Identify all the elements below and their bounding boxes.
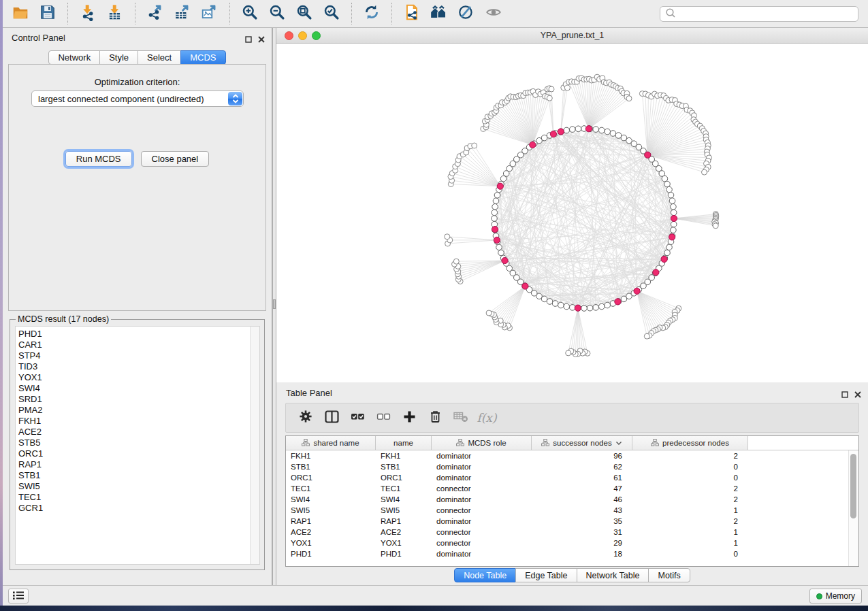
- table-tab-network-table[interactable]: Network Table: [577, 568, 649, 582]
- mcds-result-item[interactable]: STB1: [18, 470, 250, 481]
- add-column-button[interactable]: [398, 406, 421, 429]
- mcds-result-item[interactable]: TID3: [18, 361, 250, 372]
- network-canvas[interactable]: [276, 44, 868, 382]
- column-header-shared-name[interactable]: shared name: [286, 436, 376, 450]
- zoom-selected-icon: [323, 3, 340, 24]
- mcds-result-title: MCDS result (17 nodes): [16, 314, 111, 324]
- show-all-icon: [485, 3, 502, 24]
- mcds-result-item[interactable]: TEC1: [18, 492, 250, 503]
- split-columns-button[interactable]: [320, 406, 343, 429]
- table-panel-title: Table Panel: [286, 388, 332, 398]
- search-box[interactable]: [660, 6, 858, 22]
- close-table-panel-icon[interactable]: [854, 389, 861, 401]
- table-scrollbar[interactable]: [848, 450, 858, 566]
- settings-gear-button[interactable]: [294, 406, 317, 429]
- mcds-result-item[interactable]: GCR1: [18, 503, 250, 514]
- mcds-result-item[interactable]: PMA2: [18, 405, 250, 416]
- export-table-button[interactable]: [172, 3, 193, 24]
- export-image-button[interactable]: [199, 3, 221, 24]
- optimization-criterion-select[interactable]: largest connected component (undirected): [31, 90, 244, 107]
- table-row[interactable]: ACE2ACE2connector311: [286, 527, 858, 538]
- mcds-result-item[interactable]: FKH1: [18, 416, 250, 427]
- column-header-filler: [748, 436, 858, 450]
- float-table-panel-icon[interactable]: [841, 389, 848, 401]
- table-row[interactable]: YOX1YOX1connector291: [286, 538, 858, 548]
- memory-button[interactable]: Memory: [809, 589, 862, 604]
- select-all-checkboxes-button[interactable]: [346, 406, 369, 429]
- table-row[interactable]: ORC1ORC1dominator610: [286, 472, 858, 483]
- tab-mcds[interactable]: MCDS: [180, 50, 225, 65]
- delete-column-button[interactable]: [423, 406, 447, 429]
- splitter-grip-icon[interactable]: [273, 299, 276, 309]
- zoom-selected-button[interactable]: [321, 3, 342, 24]
- desktop-wallpaper-bottom: [0, 606, 868, 611]
- mcds-result-item[interactable]: ORC1: [18, 448, 250, 459]
- table-tab-edge-table[interactable]: Edge Table: [515, 568, 577, 582]
- cell-name: PHD1: [376, 550, 432, 558]
- search-input[interactable]: [677, 7, 858, 20]
- tab-network[interactable]: Network: [48, 50, 100, 65]
- export-network-icon: [146, 3, 164, 24]
- cell-name: ORC1: [376, 474, 432, 482]
- toolbar-separator: [229, 3, 230, 24]
- column-type-icon: [651, 439, 659, 448]
- mcds-result-item[interactable]: PHD1: [18, 329, 250, 340]
- mcds-result-item[interactable]: SRD1: [18, 394, 250, 405]
- table-row[interactable]: SWI4SWI4dominator462: [286, 494, 858, 505]
- mcds-result-item[interactable]: STB5: [18, 437, 250, 448]
- automation-panel-button[interactable]: [8, 589, 29, 604]
- table-row[interactable]: FKH1FKH1dominator962: [286, 450, 858, 461]
- close-panel-icon[interactable]: [258, 33, 265, 46]
- zoom-out-button[interactable]: [266, 3, 288, 24]
- first-neighbors-button[interactable]: [428, 3, 450, 24]
- show-all-button[interactable]: [483, 3, 504, 24]
- mcds-result-item[interactable]: RAP1: [18, 459, 250, 470]
- tab-select[interactable]: Select: [138, 50, 181, 65]
- import-network-button[interactable]: [77, 3, 99, 24]
- import-table-button[interactable]: [104, 3, 126, 24]
- mcds-list-scrollbar[interactable]: [250, 327, 259, 564]
- refresh-view-button[interactable]: [361, 3, 383, 24]
- column-header-successor-nodes[interactable]: successor nodes: [532, 436, 632, 450]
- export-network-button[interactable]: [144, 3, 166, 24]
- column-header-name[interactable]: name: [376, 436, 432, 450]
- column-header-predecessor-nodes[interactable]: predecessor nodes: [632, 436, 748, 450]
- table-row[interactable]: TEC1TEC1connector472: [286, 483, 858, 494]
- cell-shared-name: ORC1: [286, 474, 376, 482]
- control-panel-title: Control Panel: [12, 33, 65, 43]
- mcds-result-item[interactable]: SWI4: [18, 383, 250, 394]
- sort-desc-icon: [615, 439, 622, 447]
- table-row[interactable]: SWI5SWI5connector431: [286, 505, 858, 516]
- zoom-in-button[interactable]: [239, 3, 261, 24]
- new-network-from-selection-button[interactable]: [401, 3, 423, 24]
- hide-selected-button[interactable]: [455, 3, 477, 24]
- run-mcds-button[interactable]: Run MCDS: [65, 151, 132, 167]
- cell-MCDS-role: connector: [432, 484, 532, 493]
- table-scrollbar-thumb[interactable]: [850, 454, 856, 518]
- save-session-button[interactable]: [37, 3, 59, 24]
- table-row[interactable]: RAP1RAP1dominator352: [286, 516, 858, 527]
- network-window-titlebar: YPA_prune.txt_1: [276, 28, 868, 44]
- deselect-all-checkboxes-button[interactable]: [372, 406, 395, 429]
- function-builder-icon: f(x): [477, 411, 496, 425]
- mcds-result-item[interactable]: YOX1: [18, 372, 250, 383]
- open-file-button[interactable]: [10, 3, 31, 24]
- mcds-result-list[interactable]: PHD1CAR1STP4TID3YOX1SWI4SRD1PMA2FKH1ACE2…: [16, 327, 250, 564]
- column-header-MCDS-role[interactable]: MCDS role: [432, 436, 532, 450]
- mcds-result-item[interactable]: ACE2: [18, 427, 250, 437]
- tab-style[interactable]: Style: [99, 50, 138, 65]
- table-tab-motifs[interactable]: Motifs: [648, 568, 690, 582]
- table-row[interactable]: PHD1PHD1dominator180: [286, 548, 858, 559]
- table-row[interactable]: STB1STB1dominator620: [286, 461, 858, 472]
- table-header-row: shared namenameMCDS rolesuccessor nodesp…: [286, 436, 858, 450]
- cell-MCDS-role: dominator: [432, 452, 532, 460]
- table-tab-node-table[interactable]: Node Table: [454, 568, 516, 582]
- node-table: shared namenameMCDS rolesuccessor nodesp…: [285, 435, 859, 567]
- close-mcds-panel-button[interactable]: Close panel: [141, 151, 210, 167]
- float-panel-icon[interactable]: [245, 33, 252, 46]
- mcds-result-item[interactable]: CAR1: [18, 340, 250, 350]
- cell-successor-nodes: 62: [532, 463, 632, 471]
- mcds-result-item[interactable]: SWI5: [18, 481, 250, 492]
- mcds-result-item[interactable]: STP4: [18, 350, 250, 361]
- zoom-fit-button[interactable]: [293, 3, 315, 24]
